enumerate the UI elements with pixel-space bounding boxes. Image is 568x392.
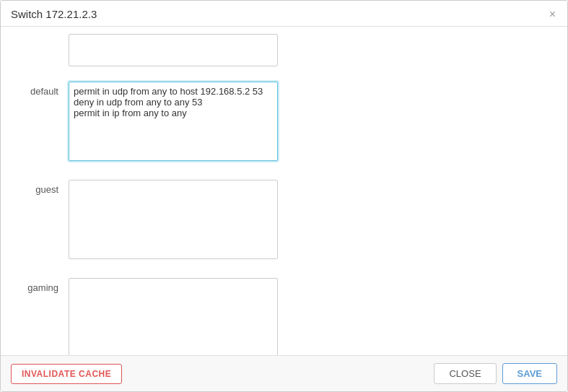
label-guest: guest [11,180,69,195]
form-row-gaming: gaming [1,272,567,355]
footer-right-buttons: CLOSE SAVE [434,363,557,384]
top-partial-textarea[interactable] [69,34,278,66]
invalidate-cache-button[interactable]: INVALIDATE CACHE [11,364,122,384]
close-x-button[interactable]: × [548,9,557,20]
dialog-title: Switch 172.21.2.3 [11,8,97,20]
dialog-body: default permit in udp from any to host 1… [1,27,567,355]
dialog-window: Switch 172.21.2.3 × default permit in ud… [0,0,568,392]
form-row-default: default permit in udp from any to host 1… [1,76,567,167]
textarea-gaming[interactable] [69,278,278,355]
top-partial-row [1,34,567,69]
label-default: default [11,82,69,97]
textarea-guest[interactable] [69,180,278,259]
textarea-default[interactable]: permit in udp from any to host 192.168.5… [69,82,278,161]
dialog-header: Switch 172.21.2.3 × [1,1,567,27]
close-button[interactable]: CLOSE [434,363,496,384]
form-row-guest: guest [1,174,567,265]
save-button[interactable]: SAVE [502,363,557,384]
label-gaming: gaming [11,278,69,293]
dialog-footer: INVALIDATE CACHE CLOSE SAVE [1,355,567,391]
